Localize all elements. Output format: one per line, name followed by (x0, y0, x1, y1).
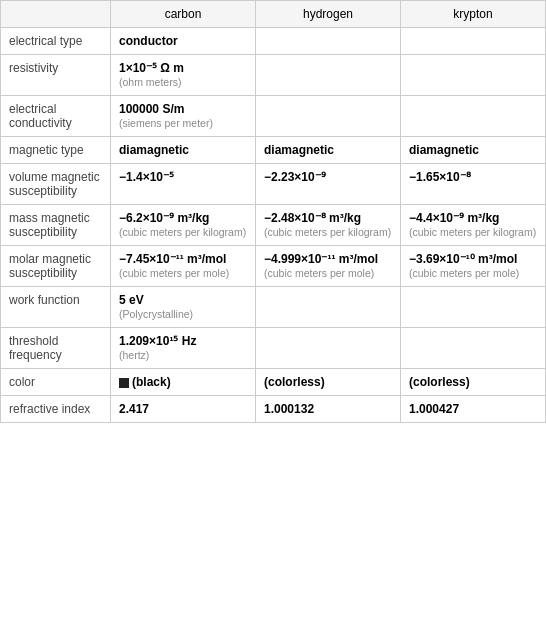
main-value: 1.000427 (409, 402, 459, 416)
main-value: 2.417 (119, 402, 149, 416)
table-row: magnetic typediamagneticdiamagneticdiama… (1, 137, 546, 164)
color-swatch-icon (119, 378, 129, 388)
main-value: −6.2×10⁻⁹ m³/kg (119, 211, 209, 225)
main-value: −1.4×10⁻⁵ (119, 170, 174, 184)
sub-value: (cubic meters per mole) (264, 267, 374, 279)
main-value: 1.209×10¹⁵ Hz (119, 334, 196, 348)
property-name: volume magnetic susceptibility (1, 164, 111, 205)
value-krypton (401, 55, 546, 96)
value-krypton (401, 328, 546, 369)
value-hydrogen: −2.48×10⁻⁸ m³/kg(cubic meters per kilogr… (256, 205, 401, 246)
value-krypton (401, 96, 546, 137)
value-carbon: 1.209×10¹⁵ Hz(hertz) (111, 328, 256, 369)
header-carbon: carbon (111, 1, 256, 28)
value-hydrogen: 1.000132 (256, 396, 401, 423)
main-value: (colorless) (264, 375, 325, 389)
sub-value: (hertz) (119, 349, 149, 361)
sub-value: (cubic meters per kilogram) (119, 226, 246, 238)
property-name: color (1, 369, 111, 396)
main-value: diamagnetic (409, 143, 479, 157)
header-krypton: krypton (401, 1, 546, 28)
header-hydrogen: hydrogen (256, 1, 401, 28)
sub-value: (ohm meters) (119, 76, 181, 88)
property-name: refractive index (1, 396, 111, 423)
main-value: −2.23×10⁻⁹ (264, 170, 326, 184)
value-krypton: (colorless) (401, 369, 546, 396)
table-row: mass magnetic susceptibility−6.2×10⁻⁹ m³… (1, 205, 546, 246)
main-value: −4.999×10⁻¹¹ m³/mol (264, 252, 378, 266)
value-carbon: 5 eV(Polycrystalline) (111, 287, 256, 328)
main-value: −1.65×10⁻⁸ (409, 170, 471, 184)
value-hydrogen (256, 287, 401, 328)
table-row: electrical conductivity100000 S/m(siemen… (1, 96, 546, 137)
main-value: 100000 S/m (119, 102, 184, 116)
value-krypton: diamagnetic (401, 137, 546, 164)
value-carbon: diamagnetic (111, 137, 256, 164)
sub-value: (cubic meters per kilogram) (409, 226, 536, 238)
value-carbon: conductor (111, 28, 256, 55)
main-value: (colorless) (409, 375, 470, 389)
value-hydrogen (256, 328, 401, 369)
main-value: conductor (119, 34, 178, 48)
table-row: molar magnetic susceptibility−7.45×10⁻¹¹… (1, 246, 546, 287)
sub-value: (cubic meters per kilogram) (264, 226, 391, 238)
main-value: diamagnetic (119, 143, 189, 157)
value-carbon: 2.417 (111, 396, 256, 423)
value-hydrogen: −2.23×10⁻⁹ (256, 164, 401, 205)
main-value: 1.000132 (264, 402, 314, 416)
sub-value: (Polycrystalline) (119, 308, 193, 320)
value-hydrogen (256, 55, 401, 96)
sub-value: (siemens per meter) (119, 117, 213, 129)
value-hydrogen (256, 96, 401, 137)
value-carbon: −1.4×10⁻⁵ (111, 164, 256, 205)
value-hydrogen: −4.999×10⁻¹¹ m³/mol(cubic meters per mol… (256, 246, 401, 287)
main-value: diamagnetic (264, 143, 334, 157)
value-krypton: −4.4×10⁻⁹ m³/kg(cubic meters per kilogra… (401, 205, 546, 246)
property-name: resistivity (1, 55, 111, 96)
header-property (1, 1, 111, 28)
value-carbon: 100000 S/m(siemens per meter) (111, 96, 256, 137)
table-row: volume magnetic susceptibility−1.4×10⁻⁵−… (1, 164, 546, 205)
table-row: work function5 eV(Polycrystalline) (1, 287, 546, 328)
property-name: molar magnetic susceptibility (1, 246, 111, 287)
main-value: −7.45×10⁻¹¹ m³/mol (119, 252, 226, 266)
property-name: threshold frequency (1, 328, 111, 369)
value-krypton: −3.69×10⁻¹⁰ m³/mol(cubic meters per mole… (401, 246, 546, 287)
table-row: electrical typeconductor (1, 28, 546, 55)
main-value: (black) (132, 375, 171, 389)
sub-value: (cubic meters per mole) (409, 267, 519, 279)
value-krypton: 1.000427 (401, 396, 546, 423)
property-name: electrical type (1, 28, 111, 55)
property-name: electrical conductivity (1, 96, 111, 137)
main-value: 5 eV (119, 293, 144, 307)
table-row: color(black)(colorless)(colorless) (1, 369, 546, 396)
value-hydrogen (256, 28, 401, 55)
value-carbon: −7.45×10⁻¹¹ m³/mol(cubic meters per mole… (111, 246, 256, 287)
property-name: magnetic type (1, 137, 111, 164)
value-carbon: (black) (111, 369, 256, 396)
value-carbon: 1×10⁻⁵ Ω m(ohm meters) (111, 55, 256, 96)
main-value: −4.4×10⁻⁹ m³/kg (409, 211, 499, 225)
value-carbon: −6.2×10⁻⁹ m³/kg(cubic meters per kilogra… (111, 205, 256, 246)
table-row: refractive index2.4171.0001321.000427 (1, 396, 546, 423)
value-hydrogen: diamagnetic (256, 137, 401, 164)
value-hydrogen: (colorless) (256, 369, 401, 396)
sub-value: (cubic meters per mole) (119, 267, 229, 279)
property-name: mass magnetic susceptibility (1, 205, 111, 246)
main-value: −3.69×10⁻¹⁰ m³/mol (409, 252, 517, 266)
properties-table: carbon hydrogen krypton electrical typec… (0, 0, 546, 423)
main-value: 1×10⁻⁵ Ω m (119, 61, 184, 75)
main-value: −2.48×10⁻⁸ m³/kg (264, 211, 361, 225)
table-row: resistivity1×10⁻⁵ Ω m(ohm meters) (1, 55, 546, 96)
table-row: threshold frequency1.209×10¹⁵ Hz(hertz) (1, 328, 546, 369)
value-krypton (401, 28, 546, 55)
value-krypton (401, 287, 546, 328)
value-krypton: −1.65×10⁻⁸ (401, 164, 546, 205)
property-name: work function (1, 287, 111, 328)
